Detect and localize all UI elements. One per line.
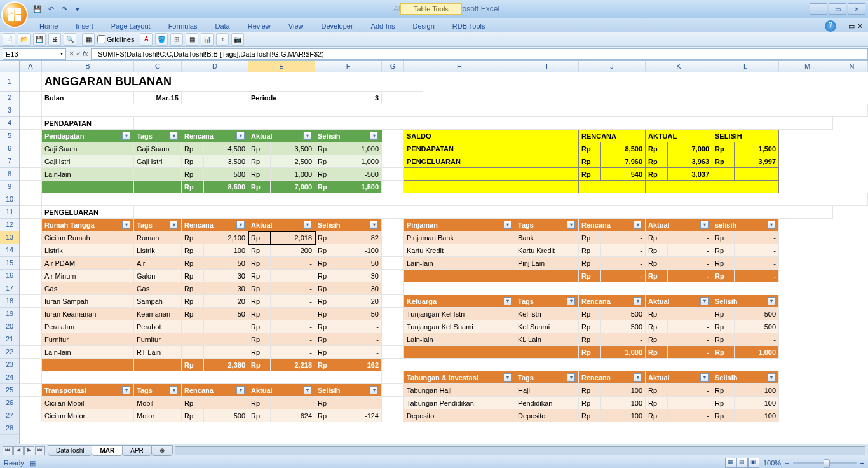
maximize-button[interactable]: ▭ bbox=[829, 3, 846, 15]
cell[interactable]: - bbox=[735, 257, 779, 270]
cell[interactable]: SELISIH bbox=[712, 130, 779, 142]
cell[interactable]: Rp bbox=[248, 346, 271, 359]
cell[interactable]: Pinj Lain bbox=[515, 257, 579, 270]
cell[interactable]: Pendidikan bbox=[515, 397, 579, 410]
row-header[interactable]: 1 bbox=[0, 72, 19, 92]
cell[interactable]: Rumah Tangga bbox=[42, 219, 134, 231]
cell[interactable]: Rp bbox=[646, 155, 668, 168]
cell[interactable]: 3,963 bbox=[668, 155, 712, 168]
cell[interactable] bbox=[382, 308, 404, 320]
cell[interactable]: RT Lain bbox=[134, 346, 182, 359]
cell[interactable] bbox=[182, 320, 204, 333]
row-header[interactable]: 17 bbox=[0, 282, 19, 295]
cell[interactable]: Rp bbox=[646, 397, 668, 410]
cell[interactable]: 2,380 bbox=[204, 359, 248, 371]
preview-icon[interactable]: 🔍 bbox=[64, 33, 76, 46]
cell[interactable]: Rp bbox=[315, 142, 337, 155]
cancel-formula-icon[interactable]: ✕ bbox=[69, 50, 74, 58]
cell[interactable]: ANGGARAN BULANAN bbox=[42, 72, 423, 92]
cell[interactable] bbox=[382, 384, 404, 397]
col-header[interactable]: K bbox=[646, 61, 712, 72]
cell[interactable]: 500 bbox=[735, 308, 779, 320]
row-header[interactable]: 8 bbox=[0, 168, 19, 181]
cell[interactable]: Rp bbox=[646, 308, 668, 320]
cell[interactable]: Rp bbox=[248, 282, 271, 295]
col-header[interactable]: J bbox=[579, 61, 646, 72]
cell[interactable] bbox=[204, 320, 248, 333]
cell[interactable]: -500 bbox=[337, 168, 382, 181]
formula-input[interactable]: =SUMIFS(DataToshl!C:C,DataToshl!B:B,[Tag… bbox=[91, 48, 868, 60]
cell[interactable] bbox=[382, 257, 404, 270]
cell[interactable]: - bbox=[668, 257, 712, 270]
col-header[interactable]: G bbox=[382, 61, 404, 72]
filter-dropdown-icon[interactable] bbox=[170, 221, 178, 229]
cell[interactable] bbox=[382, 270, 404, 282]
cell[interactable]: - bbox=[735, 270, 779, 282]
cell[interactable]: 100 bbox=[735, 410, 779, 422]
cell[interactable]: Selisih bbox=[712, 295, 779, 308]
cell[interactable]: - bbox=[601, 270, 646, 282]
cell[interactable] bbox=[182, 346, 204, 359]
cell[interactable] bbox=[134, 359, 182, 371]
cell[interactable] bbox=[382, 231, 404, 244]
cell[interactable]: Mar-15 bbox=[134, 92, 182, 104]
cell[interactable]: Tunjangan Kel Suami bbox=[404, 320, 515, 333]
cell[interactable]: Air Minum bbox=[42, 270, 134, 282]
cell[interactable]: - bbox=[271, 346, 315, 359]
cell[interactable]: 30 bbox=[204, 282, 248, 295]
cell[interactable] bbox=[20, 219, 42, 231]
sheet-tab[interactable]: APR bbox=[122, 445, 152, 456]
cell[interactable] bbox=[20, 244, 42, 257]
filter-dropdown-icon[interactable] bbox=[634, 373, 642, 382]
cell[interactable] bbox=[42, 371, 382, 384]
cell[interactable]: Haji bbox=[515, 384, 579, 397]
cell[interactable]: Lain-lain bbox=[404, 257, 515, 270]
cell[interactable]: -100 bbox=[337, 244, 382, 257]
redo-icon[interactable]: ↷ bbox=[58, 3, 70, 15]
cell[interactable]: 7,960 bbox=[601, 155, 646, 168]
cell[interactable]: Rp bbox=[712, 346, 735, 359]
cell[interactable]: Rp bbox=[646, 244, 668, 257]
cell[interactable] bbox=[20, 270, 42, 282]
cell[interactable]: Tags bbox=[134, 130, 182, 142]
cell[interactable]: Rp bbox=[646, 333, 668, 346]
cell[interactable] bbox=[382, 168, 404, 181]
cell[interactable]: Kartu Kredit bbox=[515, 244, 579, 257]
macro-icon[interactable]: ▦ bbox=[29, 459, 36, 467]
cell[interactable]: 2,018 bbox=[271, 231, 315, 244]
cell[interactable]: Gaji Suami bbox=[42, 142, 134, 155]
cell[interactable] bbox=[404, 346, 515, 359]
cell[interactable]: Air PDAM bbox=[42, 257, 134, 270]
close-button[interactable]: ✕ bbox=[848, 3, 865, 15]
row-header[interactable]: 16 bbox=[0, 270, 19, 282]
filter-dropdown-icon[interactable] bbox=[634, 221, 642, 229]
cell[interactable]: - bbox=[337, 333, 382, 346]
cell[interactable]: - bbox=[204, 397, 248, 410]
row-header[interactable]: 9 bbox=[0, 181, 19, 193]
cell[interactable]: Gas bbox=[42, 282, 134, 295]
cell[interactable] bbox=[404, 181, 515, 193]
cell[interactable]: Transportasi bbox=[42, 384, 134, 397]
cell[interactable]: PENGELUARAN bbox=[404, 155, 515, 168]
cell[interactable]: 50 bbox=[204, 308, 248, 320]
zoom-slider[interactable] bbox=[793, 462, 857, 464]
cell[interactable]: 50 bbox=[204, 257, 248, 270]
cell[interactable]: Iuran Keamanan bbox=[42, 308, 134, 320]
row-header[interactable]: 26 bbox=[0, 397, 19, 410]
col-header[interactable]: A bbox=[20, 61, 42, 72]
cell[interactable]: Gaji Istri bbox=[134, 155, 182, 168]
cell[interactable]: 624 bbox=[271, 410, 315, 422]
cell[interactable]: 3,500 bbox=[271, 142, 315, 155]
cell[interactable]: Rp bbox=[712, 397, 735, 410]
cell[interactable] bbox=[20, 384, 42, 397]
cell[interactable] bbox=[382, 346, 404, 359]
print-icon[interactable]: 🖨 bbox=[48, 33, 61, 46]
cell[interactable]: KL Lain bbox=[515, 333, 579, 346]
cell[interactable]: 200 bbox=[271, 244, 315, 257]
col-header[interactable]: I bbox=[515, 61, 579, 72]
cell[interactable] bbox=[134, 168, 182, 181]
cell[interactable] bbox=[182, 333, 204, 346]
cell[interactable]: Rp bbox=[182, 155, 204, 168]
cell[interactable]: 7,000 bbox=[271, 181, 315, 193]
cell[interactable]: Rp bbox=[646, 346, 668, 359]
